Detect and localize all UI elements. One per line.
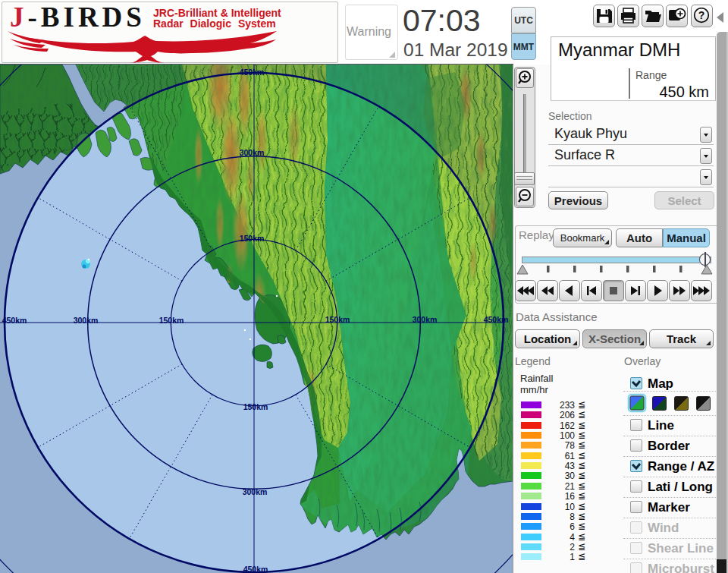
- svg-text:150km: 150km: [159, 316, 184, 325]
- svg-text:300km: 300km: [243, 487, 268, 496]
- svg-text:450km: 450km: [2, 316, 27, 325]
- svg-text:150km: 150km: [243, 402, 268, 411]
- svg-text:450km: 450km: [243, 565, 268, 573]
- svg-text:300km: 300km: [74, 316, 99, 325]
- svg-text:150km: 150km: [240, 234, 265, 243]
- svg-text:300km: 300km: [413, 315, 438, 324]
- svg-text:450km: 450km: [484, 315, 509, 324]
- svg-text:300km: 300km: [240, 148, 265, 157]
- svg-text:150km: 150km: [325, 315, 350, 324]
- svg-text:450km: 450km: [240, 68, 265, 77]
- svg-text:?: ?: [698, 9, 705, 21]
